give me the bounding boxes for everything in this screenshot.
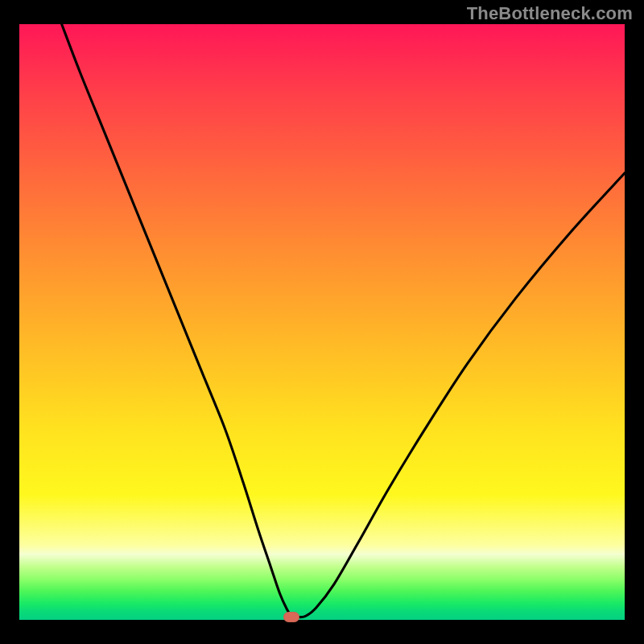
optimal-point-marker [283, 612, 299, 622]
chart-container: { "watermark": { "text": "TheBottleneck.… [0, 0, 644, 644]
watermark-text: TheBottleneck.com [467, 3, 633, 24]
bottleneck-curve [62, 24, 625, 617]
plot-area [19, 24, 625, 620]
curve-svg [19, 24, 625, 620]
